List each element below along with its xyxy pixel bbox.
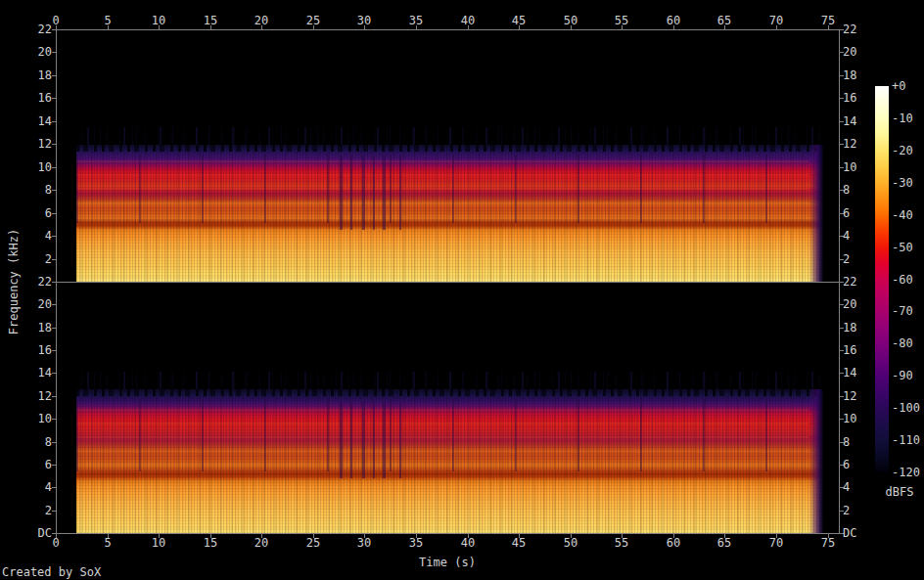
freq-tick-label-left: 14: [20, 367, 52, 379]
freq-tick-label-left: 4: [20, 481, 52, 493]
transient-streak: [399, 401, 401, 478]
transient-streak: [383, 156, 386, 230]
freq-tick-label-left: 20: [20, 298, 52, 310]
freq-tick-left: [52, 29, 56, 30]
freq-tick-label-right: 4: [843, 481, 875, 493]
colorbar-tick-label: -70: [892, 305, 913, 317]
freq-tick-label-right: 10: [843, 413, 875, 424]
freq-tick-label-right: 6: [843, 207, 875, 219]
freq-tick-left: [52, 259, 56, 260]
transient-streak: [350, 156, 352, 230]
freq-tick-label-left: 22: [20, 23, 52, 35]
plot-left-border: [56, 29, 57, 534]
freq-tick-left: [52, 52, 56, 53]
time-tick-label-top: 30: [350, 15, 378, 26]
freq-tick-label-left: DC: [20, 527, 52, 539]
freq-tick-label-right: 20: [843, 46, 875, 58]
freq-tick-label-left: 8: [20, 184, 52, 196]
colorbar-tick-label: -110: [892, 434, 920, 446]
time-tick-label-bottom: 5: [94, 537, 121, 549]
time-tick-label-top: 75: [814, 15, 842, 26]
freq-tick-left: [52, 144, 56, 145]
freq-tick-label-left: 12: [20, 390, 52, 402]
sox-spectrogram-image: Frequency (kHz) Time (s) Created by SoX …: [0, 0, 924, 580]
freq-tick-label-left: 18: [20, 322, 52, 334]
freq-tick-label-left: 2: [20, 505, 52, 516]
low-band-texture: [76, 478, 808, 533]
y-axis-title: Frequency (kHz): [8, 229, 20, 335]
time-tick-label-top: 55: [608, 15, 635, 26]
freq-tick-label-left: 22: [20, 276, 52, 288]
time-tick-label-top: 40: [454, 15, 482, 26]
transient-streak: [373, 401, 375, 478]
time-tick-label-top: 10: [145, 15, 172, 26]
colorbar-tick-label: +0: [892, 80, 905, 92]
time-tick-label-top: 50: [557, 15, 584, 26]
created-by-sox-text: Created by SoX: [2, 566, 101, 578]
freq-tick-left: [52, 465, 56, 466]
time-tick-label-top: 70: [762, 15, 790, 26]
time-tick-label-top: 20: [248, 15, 275, 26]
time-tick-label-bottom: 25: [300, 537, 327, 549]
noise-strip-channel-2: [76, 372, 823, 389]
colorbar-tick-label: -50: [892, 242, 913, 253]
freq-tick-label-left: 4: [20, 230, 52, 242]
freq-tick-left: [52, 282, 56, 283]
time-tick-label-top: 5: [94, 15, 121, 26]
freq-tick-label-left: 18: [20, 69, 52, 81]
freq-tick-left: [52, 75, 56, 76]
freq-tick-label-right: 8: [843, 184, 875, 196]
freq-tick-label-right: 18: [843, 69, 875, 81]
x-axis-title: Time (s): [56, 557, 839, 568]
time-tick-label-bottom: 10: [145, 537, 172, 549]
time-tick-label-top: 60: [660, 15, 687, 26]
freq-tick-label-right: 20: [843, 298, 875, 310]
time-tick-label-bottom: 50: [557, 537, 584, 549]
time-tick-label-bottom: 45: [505, 537, 532, 549]
transient-streak: [383, 401, 386, 478]
colorbar-unit-label: dBFS: [878, 486, 921, 498]
freq-tick-label-right: 16: [843, 92, 875, 104]
freq-tick-label-left: 16: [20, 344, 52, 356]
colorbar-tick-label: -80: [892, 337, 913, 349]
colorbar-tick-label: -60: [892, 274, 913, 286]
freq-tick-label-left: 12: [20, 138, 52, 150]
freq-tick-label-right: 18: [843, 322, 875, 334]
time-tick-label-bottom: 15: [197, 537, 224, 549]
time-tick-label-top: 35: [402, 15, 430, 26]
freq-tick-left: [52, 419, 56, 420]
freq-tick-left: [52, 98, 56, 99]
freq-tick-left: [52, 121, 56, 122]
transient-streak: [340, 401, 343, 478]
time-tick-label-top: 25: [300, 15, 327, 26]
freq-tick-left: [52, 213, 56, 214]
freq-tick-label-right: 4: [843, 230, 875, 242]
freq-tick-left: [52, 373, 56, 374]
colorbar-tick-label: -40: [892, 209, 913, 221]
freq-tick-label-right: 6: [843, 459, 875, 470]
freq-tick-label-right: DC: [843, 527, 875, 539]
freq-tick-left: [52, 328, 56, 329]
freq-tick-left: [52, 533, 56, 534]
spectrogram-band-channel-2: [76, 389, 823, 533]
transient-streak: [362, 156, 365, 230]
freq-tick-label-left: 6: [20, 207, 52, 219]
time-tick-label-bottom: 55: [608, 537, 635, 549]
freq-tick-label-right: 14: [843, 115, 875, 127]
time-tick-label-bottom: 30: [350, 537, 378, 549]
freq-tick-left: [52, 511, 56, 512]
freq-tick-left: [52, 190, 56, 191]
time-tick-label-top: 15: [197, 15, 224, 26]
freq-tick-label-left: 20: [20, 46, 52, 58]
freq-tick-label-left: 10: [20, 413, 52, 424]
time-tick-label-bottom: 60: [660, 537, 687, 549]
transient-streak: [350, 401, 352, 478]
time-tick-label-bottom: 35: [402, 537, 430, 549]
time-tick-label-bottom: 70: [762, 537, 790, 549]
freq-tick-left: [52, 350, 56, 351]
high-band-texture: [76, 399, 808, 471]
freq-tick-left: [52, 167, 56, 168]
freq-tick-label-right: 8: [843, 436, 875, 448]
colorbar-gradient: [875, 86, 889, 472]
freq-tick-label-right: 10: [843, 161, 875, 173]
